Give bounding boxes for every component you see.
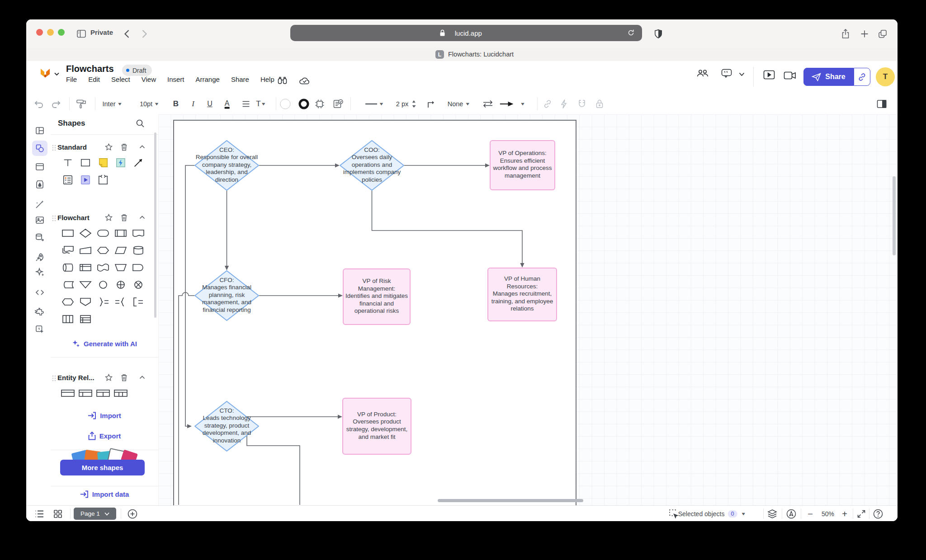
- rail-layers-panel-icon[interactable]: [32, 123, 47, 138]
- rail-image-icon[interactable]: [32, 212, 47, 228]
- favorite-star-icon[interactable]: [105, 214, 113, 221]
- menu-item-edit[interactable]: Edit: [88, 75, 100, 83]
- bold-button[interactable]: B: [173, 99, 179, 108]
- copy-link-button[interactable]: [854, 68, 870, 86]
- select-cursor-icon[interactable]: [669, 509, 679, 518]
- hyperlink-icon[interactable]: [543, 99, 552, 108]
- collaborators-icon[interactable]: [697, 69, 709, 78]
- shape-sticky-note[interactable]: [94, 154, 112, 171]
- node-vp-operations[interactable]: VP of Operations:Ensures efficientworkfl…: [490, 140, 555, 190]
- shape-table-three-column[interactable]: [112, 385, 129, 402]
- trash-icon[interactable]: [121, 374, 128, 381]
- avatar[interactable]: T: [876, 67, 895, 86]
- horizontal-scrollbar[interactable]: [438, 499, 583, 502]
- shape-lightning[interactable]: [112, 154, 129, 171]
- present-icon[interactable]: [763, 70, 775, 80]
- shape-stored-data[interactable]: [59, 276, 76, 293]
- right-panel-toggle-icon[interactable]: [877, 99, 887, 108]
- menu-item-arrange[interactable]: Arrange: [196, 75, 220, 83]
- rail-smart-cursor-icon[interactable]: [32, 322, 47, 337]
- share-page-icon[interactable]: [841, 29, 850, 39]
- line-width-stepper[interactable]: 2 px: [396, 100, 416, 108]
- shape-multiple-documents[interactable]: [59, 242, 76, 259]
- selected-objects-control[interactable]: Selected objects 0 ▼: [678, 510, 746, 518]
- lucid-logo[interactable]: [39, 67, 52, 80]
- shape-data[interactable]: [112, 242, 129, 259]
- page-selector[interactable]: Page 1: [74, 508, 116, 520]
- shape-paper-tape[interactable]: [94, 259, 112, 276]
- shape-table-two-column[interactable]: [94, 385, 112, 402]
- zoom-out-button[interactable]: −: [808, 508, 813, 519]
- collapse-chevron-icon[interactable]: [139, 376, 145, 379]
- rail-frames-icon[interactable]: [32, 159, 47, 174]
- document-title[interactable]: Flowcharts: [66, 64, 114, 74]
- tab-title[interactable]: Flowcharts: Lucidchart: [448, 51, 514, 58]
- shape-process[interactable]: [59, 225, 76, 242]
- add-page-button[interactable]: [128, 509, 137, 519]
- shape-off-page-connector[interactable]: [76, 293, 94, 311]
- shape-text[interactable]: [59, 154, 76, 171]
- quick-actions-icon[interactable]: [560, 99, 567, 108]
- find-icon[interactable]: [278, 76, 287, 85]
- reload-icon[interactable]: [627, 29, 635, 37]
- trash-icon[interactable]: [121, 143, 128, 151]
- import-button[interactable]: Import: [51, 412, 158, 419]
- menu-item-file[interactable]: File: [66, 75, 77, 83]
- shape-rectangle[interactable]: [76, 154, 94, 171]
- fill-color-button[interactable]: [280, 99, 291, 109]
- menu-item-select[interactable]: Select: [111, 75, 130, 83]
- rail-integrations-icon[interactable]: [32, 304, 47, 320]
- fullscreen-icon[interactable]: [857, 509, 866, 518]
- line-endpoint-select[interactable]: None▼: [448, 100, 470, 108]
- shape-document[interactable]: [129, 225, 147, 242]
- redo-icon[interactable]: [51, 100, 61, 108]
- node-cfo[interactable]: CFO:Manages financialplanning, riskmanag…: [194, 270, 259, 321]
- rail-ai-sparkles-icon[interactable]: [32, 264, 47, 280]
- italic-button[interactable]: I: [192, 99, 194, 108]
- shape-code-block[interactable]: [94, 171, 112, 188]
- shape-manual-input[interactable]: [76, 242, 94, 259]
- favorite-star-icon[interactable]: [105, 374, 113, 381]
- shape-direct-access-storage[interactable]: [59, 259, 76, 276]
- drag-handle-icon[interactable]: [52, 215, 56, 221]
- more-shapes-button[interactable]: More shapes: [60, 460, 145, 475]
- connector-type-button[interactable]: [426, 99, 435, 108]
- magnetize-icon[interactable]: [577, 99, 586, 108]
- maximize-window-button[interactable]: [58, 29, 65, 36]
- text-align-button[interactable]: [242, 101, 250, 107]
- shape-delay[interactable]: [129, 259, 147, 276]
- rail-style-icon[interactable]: [32, 177, 47, 192]
- font-color-button[interactable]: A: [225, 99, 230, 108]
- node-vp-risk-management[interactable]: VP of RiskManagement:Identifies and miti…: [343, 268, 411, 325]
- share-button[interactable]: Share: [803, 68, 854, 86]
- rail-data-linking-icon[interactable]: [32, 230, 47, 245]
- import-data-button[interactable]: Import data: [51, 490, 158, 498]
- zoom-in-button[interactable]: +: [842, 508, 847, 519]
- arrowhead-select[interactable]: ▼: [500, 101, 525, 107]
- comments-icon[interactable]: [721, 69, 732, 79]
- menu-item-share[interactable]: Share: [231, 75, 249, 83]
- trash-icon[interactable]: [121, 214, 128, 221]
- spotlight-icon[interactable]: [786, 509, 796, 519]
- favorite-star-icon[interactable]: [105, 143, 113, 151]
- drag-handle-icon[interactable]: [52, 375, 56, 381]
- privacy-shield-icon[interactable]: [655, 29, 662, 38]
- shape-arrow[interactable]: [129, 154, 147, 171]
- shape-or[interactable]: [112, 276, 129, 293]
- help-button[interactable]: [873, 509, 883, 519]
- minimize-window-button[interactable]: [47, 29, 54, 36]
- shape-table-plain[interactable]: [59, 385, 76, 402]
- layers-icon[interactable]: [767, 509, 777, 518]
- underline-button[interactable]: U: [207, 100, 213, 108]
- shape-bulleted-list[interactable]: [59, 171, 76, 188]
- rail-magic-wand-icon[interactable]: [32, 197, 47, 212]
- close-window-button[interactable]: [36, 29, 43, 36]
- shape-preparation[interactable]: [94, 242, 112, 259]
- menu-item-insert[interactable]: Insert: [167, 75, 184, 83]
- panel-scrollbar[interactable]: [154, 132, 156, 318]
- back-button[interactable]: [124, 29, 130, 38]
- undo-icon[interactable]: [34, 100, 44, 108]
- frame-button[interactable]: [315, 99, 325, 109]
- format-painter-icon[interactable]: [76, 99, 87, 109]
- font-size-select[interactable]: 10pt▼: [140, 100, 159, 108]
